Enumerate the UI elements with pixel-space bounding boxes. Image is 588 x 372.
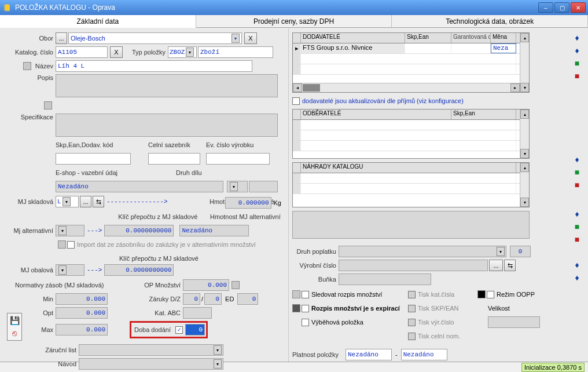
dod-add-icon[interactable]: ■ xyxy=(572,58,582,68)
hscroll-dodavatele[interactable]: ◂▸ xyxy=(293,83,520,92)
mj-skladova-sync-icon[interactable]: ⇆ xyxy=(93,196,104,207)
druh-dilu-text[interactable] xyxy=(249,181,278,192)
vscroll-dodavatele[interactable]: ▴▾ xyxy=(520,33,529,92)
typ-polozky-text[interactable] xyxy=(198,46,273,58)
zarucni-list-select[interactable]: ▾ xyxy=(79,344,223,356)
cell-mena[interactable]: Neza xyxy=(491,43,516,53)
plat-sep: - xyxy=(395,351,398,358)
panel-zakladni-data: Obor ... Oleje-Bosch▾ X Katalog. číslo X… xyxy=(0,28,288,362)
tab-prodejni-ceny[interactable]: Prodejní ceny, sazby DPH xyxy=(196,15,392,27)
lbl-doba-dodani: Doba dodání xyxy=(133,326,173,333)
sledovat-checkbox[interactable] xyxy=(302,291,309,298)
mj-obal-select[interactable]: ▾ xyxy=(56,264,84,276)
ev-cislo-input[interactable] xyxy=(206,153,270,165)
obor-input[interactable]: Oleje-Bosch▾ xyxy=(68,32,242,44)
rezim-oopp-checkbox[interactable] xyxy=(487,291,494,298)
nahr-up-icon[interactable]: ♦ xyxy=(572,209,582,219)
nazev-input[interactable] xyxy=(56,60,252,72)
navod-select[interactable]: ▾ xyxy=(79,358,223,370)
grid-odberatele[interactable]: ODBĚRATELÉ Skp,Ean ▴▾ xyxy=(292,109,530,159)
odb-up-icon[interactable]: ♦ xyxy=(572,154,582,165)
import-checkbox[interactable] xyxy=(67,241,75,249)
zaruky-d-input[interactable] xyxy=(183,293,200,305)
vyrobni-cislo-sync-icon[interactable]: ⇆ xyxy=(504,260,516,271)
hmot-alt-input[interactable] xyxy=(179,225,249,236)
bunka-input[interactable] xyxy=(339,273,431,285)
doba-dodani-input[interactable] xyxy=(185,324,205,335)
vybehova-checkbox[interactable] xyxy=(302,319,309,326)
tisk-skp-checkbox[interactable] xyxy=(408,305,416,312)
mj-skladova-lookup[interactable]: ... xyxy=(80,196,91,207)
dod-aktual-checkbox[interactable] xyxy=(292,97,300,105)
eshop-input[interactable] xyxy=(56,181,223,192)
hmotnost-input[interactable] xyxy=(225,197,271,209)
typ-polozky-select[interactable]: ZBOZ▾ xyxy=(168,46,197,58)
mj-alt-select[interactable]: ▾ xyxy=(56,225,84,236)
dod-up-icon[interactable]: ♦ xyxy=(572,32,582,43)
vscroll-odberatele[interactable]: ▴▾ xyxy=(520,110,529,158)
vscroll-nahrady[interactable]: ▴▾ xyxy=(520,163,529,207)
min-input[interactable] xyxy=(56,293,108,305)
skp-ean-input[interactable] xyxy=(56,153,131,165)
opt-input[interactable] xyxy=(56,307,108,319)
tab-technologicka-data[interactable]: Technologická data, obrázek xyxy=(392,15,588,27)
katalog-cislo-input[interactable] xyxy=(56,46,108,58)
kat-abc-input[interactable] xyxy=(183,307,212,319)
klic2-input[interactable] xyxy=(104,264,174,276)
note-up-icon[interactable]: ♦ xyxy=(572,260,582,270)
grid-nahrady[interactable]: NÁHRADY KATALOGU ▴▾ xyxy=(292,162,530,207)
cell-dodavatel[interactable]: FTS Group s.r.o. Nivnice xyxy=(301,43,405,53)
katalog-clear-button[interactable]: X xyxy=(110,46,123,58)
zaruky-ed-input[interactable] xyxy=(237,293,258,305)
max-input[interactable] xyxy=(56,324,108,335)
obor-lookup-button[interactable]: ... xyxy=(56,32,67,44)
tisk-celni-checkbox[interactable] xyxy=(408,333,416,340)
exit-icon[interactable]: ⎋ xyxy=(9,328,20,338)
doba-dodani-checkbox[interactable]: ✓ xyxy=(175,326,183,334)
save-icon[interactable]: 💾 xyxy=(9,315,20,326)
zaruky-z-input[interactable] xyxy=(204,293,222,305)
druh-dilu-select[interactable]: ▾ xyxy=(227,181,248,192)
note-down-icon[interactable]: ♦ xyxy=(572,272,582,283)
rozpis-checkbox[interactable] xyxy=(302,305,309,312)
row-selector-icon[interactable]: ▸ xyxy=(293,43,301,53)
celni-sazebnik-input[interactable] xyxy=(148,153,200,165)
platnost-do-input[interactable] xyxy=(401,349,447,360)
klic-prepoctu-input[interactable] xyxy=(104,225,174,236)
vyrobni-cislo-lookup[interactable]: ... xyxy=(489,260,503,271)
tisk-kat-checkbox[interactable] xyxy=(408,291,416,298)
specifikace-textarea[interactable] xyxy=(56,114,278,137)
tab-zakladni-data[interactable]: Základní data xyxy=(0,15,196,28)
popis-textarea[interactable] xyxy=(56,74,278,97)
lbl-mj-skladova: MJ skladová xyxy=(3,198,56,205)
import-ind xyxy=(58,240,66,249)
cell-skpean[interactable] xyxy=(405,43,451,53)
odb-del-icon[interactable]: ■ xyxy=(572,180,582,190)
nahr-del-icon[interactable]: ■ xyxy=(572,234,582,245)
maximize-button[interactable]: ▢ xyxy=(554,2,569,13)
lbl-druh-poplatku: Druh poplatku xyxy=(292,248,339,255)
dod-del-icon[interactable]: ■ xyxy=(572,71,582,81)
minimize-button[interactable]: – xyxy=(538,2,553,13)
hdr-odb-skpean: Skp,Ean xyxy=(451,110,516,119)
druh-poplatku-count[interactable] xyxy=(510,246,531,257)
close-button[interactable]: ✕ xyxy=(571,2,586,13)
vyrobni-cislo-input[interactable] xyxy=(339,260,488,271)
odb-add-icon[interactable]: ■ xyxy=(572,167,582,177)
lbl-kat-abc: Kat. ABC xyxy=(142,309,183,316)
dod-iconcol: ♦ ♦ ■ ■ xyxy=(572,32,585,81)
nahr-add-icon[interactable]: ■ xyxy=(572,221,582,232)
lbl-druh-dilu: Druh dílu xyxy=(176,169,234,176)
grid-dodavatele[interactable]: DODAVATELÉ Skp,Ean Garantovaná cena Měna… xyxy=(292,32,530,93)
platnost-od-input[interactable] xyxy=(346,349,392,360)
dod-down-icon[interactable]: ♦ xyxy=(572,45,582,56)
cell-garant[interactable] xyxy=(451,43,491,53)
druh-poplatku-select[interactable]: ▾ xyxy=(339,246,506,257)
obor-clear-button[interactable]: X xyxy=(244,32,257,44)
nahrady-note-textarea[interactable] xyxy=(292,211,530,239)
op-mnozstvi-input[interactable] xyxy=(183,279,229,291)
lbl-velikost: Velikost xyxy=(488,305,510,312)
mj-skladova-select[interactable]: L▾ xyxy=(56,196,79,207)
velikost-input[interactable] xyxy=(488,316,540,328)
tisk-vyr-checkbox[interactable] xyxy=(408,319,416,326)
